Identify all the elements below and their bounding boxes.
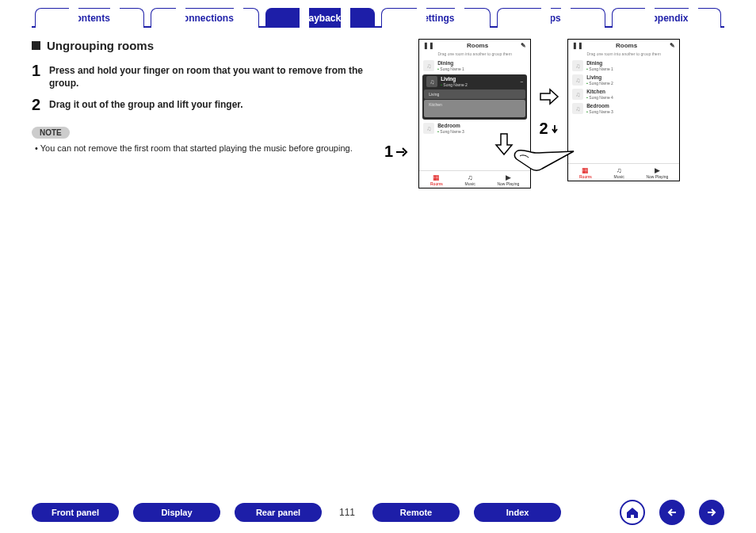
note-text: You can not remove the first room that s…	[35, 143, 384, 153]
play-icon: ▶	[497, 174, 519, 181]
heading-text: Ungrouping rooms	[47, 39, 154, 52]
room-name: Living	[586, 74, 613, 81]
section-heading: Ungrouping rooms	[32, 39, 384, 52]
edit-icon: ✎	[521, 42, 526, 49]
ptab-rooms: ▦Rooms	[430, 174, 443, 186]
tab-connections[interactable]: Connections	[151, 8, 260, 28]
callout-1: 1	[384, 143, 410, 161]
note-badge: NOTE	[32, 127, 70, 139]
step-text: Press and hold your finger on room that …	[49, 62, 384, 89]
tab-tips[interactable]: Tips	[497, 8, 606, 28]
callout-2-text: 2	[540, 120, 548, 138]
phone-bottom-tabs: ▦Rooms ♫Music ▶Now Playing	[568, 163, 679, 181]
music-note-icon: ♫	[572, 89, 583, 100]
room-song: Song Name 2	[441, 82, 468, 87]
next-page-button[interactable]	[699, 500, 724, 525]
step-number: 2	[32, 96, 49, 114]
subroom-living: Living	[424, 89, 525, 99]
room-song: Song Name 1	[586, 67, 613, 71]
room-dining: ♫ DiningSong Name 1	[568, 59, 679, 73]
phone-header: ❚❚ Rooms ✎	[568, 40, 679, 51]
phone-header: ❚❚ Rooms ✎	[419, 40, 530, 51]
room-song: Song Name 3	[437, 129, 464, 134]
between-phones: 2	[539, 86, 559, 138]
subroom-label: Kitchen	[429, 102, 442, 107]
ptab-now: ▶Now Playing	[646, 167, 668, 179]
music-note-icon: ♫	[572, 74, 583, 86]
nav-index[interactable]: Index	[474, 503, 561, 522]
nav-front-panel[interactable]: Front panel	[32, 503, 119, 522]
room-living: ♫ LivingSong Name 2	[568, 73, 679, 87]
music-icon: ♫	[614, 167, 624, 174]
tab-contents[interactable]: Contents	[35, 8, 144, 28]
room-song: Song Name 4	[586, 95, 613, 100]
pause-icon: ❚❚	[423, 42, 434, 49]
room-bedroom: ♫ BedroomSong Name 3	[419, 121, 530, 135]
arrow-left-icon	[666, 507, 678, 518]
room-name: Living	[441, 76, 468, 82]
phone-hint: Drag one room into another to group them	[568, 51, 679, 59]
page-number: 111	[336, 507, 358, 518]
prev-page-button[interactable]	[659, 500, 685, 525]
pause-icon: ❚❚	[572, 42, 583, 49]
rooms-icon: ▦	[430, 174, 443, 181]
phone-title: Rooms	[616, 42, 637, 49]
tab-settings[interactable]: Settings	[381, 8, 491, 28]
home-button[interactable]	[620, 500, 645, 525]
nav-rear-panel[interactable]: Rear panel	[235, 503, 322, 522]
rooms-icon: ▦	[579, 167, 592, 174]
phone-screen-before: ❚❚ Rooms ✎ Drag one room into another to…	[418, 39, 531, 188]
content-row: Ungrouping rooms 1 Press and hold your f…	[32, 39, 724, 188]
ptab-rooms: ▦Rooms	[579, 167, 592, 179]
phone-hint: Drag one room into another to group them	[419, 51, 530, 59]
ptab-now: ▶Now Playing	[497, 174, 519, 186]
room-song: Song Name 1	[437, 67, 464, 71]
drag-down-arrow-icon	[494, 132, 514, 156]
step-1: 1 Press and hold your finger on room tha…	[32, 62, 384, 89]
room-name: Dining	[437, 60, 464, 67]
step-2: 2 Drag it out of the group and lift your…	[32, 96, 384, 114]
arrow-right-icon	[395, 144, 410, 160]
square-bullet-icon	[32, 41, 40, 50]
arrow-right-icon	[706, 507, 717, 518]
arrow-down-icon	[550, 124, 559, 134]
tab-appendix[interactable]: Appendix	[612, 8, 721, 28]
nav-display[interactable]: Display	[133, 503, 220, 522]
illustration-column: 1 ❚❚ Rooms ✎ Drag one room into another …	[384, 39, 724, 188]
music-note-icon: ♫	[426, 76, 437, 87]
room-kitchen: ♫ KitchenSong Name 4	[568, 87, 679, 101]
nav-remote[interactable]: Remote	[372, 503, 460, 522]
top-tabs: Contents Connections Playback Settings T…	[32, 8, 724, 27]
room-song: Song Name 2	[586, 81, 613, 86]
tab-playback[interactable]: Playback	[265, 8, 375, 28]
callout-2: 2	[540, 120, 559, 138]
edit-icon: ✎	[670, 42, 675, 49]
play-icon: ▶	[646, 167, 668, 174]
phone-screen-after: ❚❚ Rooms ✎ Drag one room into another to…	[567, 39, 680, 181]
subroom-kitchen-drag: Kitchen	[424, 100, 525, 117]
room-name: Bedroom	[437, 123, 464, 129]
room-dining: ♫ DiningSong Name 1	[419, 59, 530, 73]
minus-icon: –	[521, 79, 523, 84]
room-name: Kitchen	[586, 89, 613, 95]
arrow-right-outline-icon	[539, 86, 559, 107]
room-song: Song Name 3	[586, 109, 613, 114]
phone-bottom-tabs: ▦Rooms ♫Music ▶Now Playing	[419, 170, 530, 188]
room-name: Dining	[586, 60, 613, 67]
step-number: 1	[32, 62, 49, 80]
home-icon	[625, 505, 640, 520]
phone-before: ❚❚ Rooms ✎ Drag one room into another to…	[418, 39, 531, 188]
ptab-music: ♫Music	[614, 167, 624, 179]
room-group: ♫ LivingSong Name 2 – Living Kitchen	[422, 74, 527, 120]
text-column: Ungrouping rooms 1 Press and hold your f…	[32, 39, 384, 188]
room-name: Bedroom	[586, 103, 613, 109]
music-note-icon: ♫	[572, 60, 583, 71]
music-note-icon: ♫	[423, 60, 434, 71]
room-bedroom: ♫ BedroomSong Name 3	[568, 101, 679, 116]
ptab-music: ♫Music	[465, 174, 475, 186]
music-note-icon: ♫	[423, 123, 434, 134]
step-text: Drag it out of the group and lift your f…	[49, 96, 243, 111]
manual-page: Contents Connections Playback Settings T…	[0, 8, 756, 533]
phone-title: Rooms	[467, 42, 488, 49]
bottom-nav: Front panel Display Rear panel 111 Remot…	[32, 500, 724, 525]
